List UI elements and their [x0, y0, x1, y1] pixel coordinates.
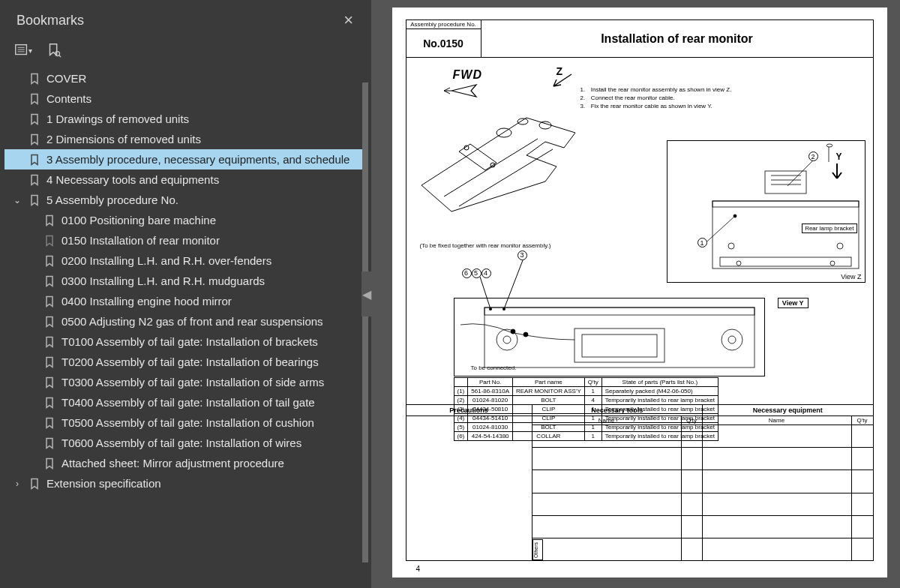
bookmark-item[interactable]: T0500 Assembly of tail gate: Installatio… — [4, 412, 365, 433]
pdf-page: Assembly procedure No. No.0150 Installat… — [392, 8, 887, 578]
bookmark-label: 0500 Adjusting N2 gas of front and rear … — [62, 315, 323, 328]
svg-point-8 — [518, 118, 528, 124]
svg-rect-17 — [720, 257, 851, 266]
svg-point-26 — [837, 243, 843, 249]
svg-rect-29 — [484, 308, 754, 368]
svg-point-7 — [539, 122, 551, 129]
bookmark-label: 0100 Positioning bare machine — [62, 214, 216, 226]
outline-options-icon[interactable]: ▾ — [14, 42, 32, 58]
tools-header: Necessary tools — [532, 405, 704, 416]
precautions-header: Precautions — [406, 405, 532, 416]
expand-icon[interactable]: › — [12, 478, 22, 489]
bookmarks-panel: Bookmarks × ▾ COVERContents1 Drawings of… — [0, 0, 371, 588]
view-y-box: To be connected. — [454, 298, 765, 376]
bookmark-label: T0400 Assembly of tail gate: Installatio… — [62, 396, 315, 409]
bookmark-label: 4 Necessary tools and equipments — [46, 173, 219, 186]
svg-point-34 — [503, 336, 511, 344]
document-viewport[interactable]: Assembly procedure No. No.0150 Installat… — [371, 0, 900, 588]
bookmark-item[interactable]: 3 Assembly procedure, necessary equipmen… — [4, 149, 365, 170]
close-icon[interactable]: × — [338, 8, 359, 33]
bookmark-list: COVERContents1 Drawings of removed units… — [0, 65, 371, 588]
tools-equipment-grid — [532, 425, 873, 560]
proc-number: No.0150 — [406, 29, 481, 57]
bookmark-label: 2 Dimensions of removed units — [46, 133, 201, 146]
instructions-list: 1. Install the rear monitor assembly as … — [580, 86, 732, 110]
svg-rect-21 — [765, 171, 806, 194]
bookmark-item[interactable]: 4 Necessary tools and equipments — [4, 170, 365, 190]
bookmark-item[interactable]: 0200 Installing L.H. and R.H. over-fende… — [4, 250, 365, 271]
chassis-diagram — [414, 80, 586, 230]
bookmark-label: 0150 Installation of rear monitor — [62, 234, 220, 247]
callout-3: 3 — [518, 250, 527, 260]
bookmark-label: T0500 Assembly of tail gate: Installatio… — [62, 416, 314, 429]
bookmark-item[interactable]: Attached sheet: Mirror adjustment proced… — [4, 453, 365, 473]
callout-2: 2 — [808, 152, 818, 161]
bottom-section: Precautions Necessary tools Necessary eq… — [406, 404, 873, 560]
svg-point-37 — [524, 332, 528, 337]
svg-point-28 — [830, 261, 835, 266]
expand-icon[interactable]: ⌄ — [12, 195, 22, 206]
bookmark-item[interactable]: 0300 Installing L.H. and R.H. mudguards — [4, 271, 365, 291]
view-y-label: View Y — [778, 298, 808, 308]
proc-label: Assembly procedure No. — [406, 20, 481, 29]
scrollbar[interactable] — [362, 82, 368, 580]
svg-point-36 — [728, 336, 736, 344]
svg-point-19 — [734, 214, 736, 218]
bookmark-label: 1 Drawings of removed units — [46, 112, 189, 125]
bookmark-label: 0200 Installing L.H. and R.H. over-fende… — [62, 254, 272, 267]
bookmark-item[interactable]: 1 Drawings of removed units — [4, 109, 365, 129]
bookmark-item[interactable]: T0600 Assembly of tail gate: Installatio… — [4, 433, 365, 453]
bookmark-label: T0600 Assembly of tail gate: Installatio… — [62, 436, 302, 449]
svg-rect-32 — [582, 334, 657, 357]
bookmark-label: COVER — [46, 72, 86, 85]
bookmark-item[interactable]: 0500 Adjusting N2 gas of front and rear … — [4, 311, 365, 332]
bookmark-label: Extension specification — [46, 477, 161, 490]
page-number: 4 — [416, 565, 421, 573]
bookmark-item[interactable]: ›Extension specification — [4, 473, 365, 494]
others-tab: Others — [532, 539, 543, 560]
svg-rect-16 — [712, 201, 859, 207]
bookmark-item[interactable]: 2 Dimensions of removed units — [4, 129, 365, 149]
y-arrow-icon — [830, 162, 844, 184]
bookmark-search-icon[interactable] — [46, 42, 62, 58]
bookmark-label: T0300 Assembly of tail gate: Installatio… — [62, 376, 324, 388]
view-z-label: View Z — [841, 273, 861, 280]
bookmark-item[interactable]: 0150 Installation of rear monitor — [4, 230, 365, 250]
svg-point-6 — [496, 128, 512, 137]
bookmark-label: Contents — [46, 92, 92, 105]
bookmark-label: 3 Assembly procedure, necessary equipmen… — [46, 153, 350, 166]
bookmark-item[interactable]: COVER — [4, 68, 365, 88]
to-be-connected-label: To be connected. — [471, 364, 517, 371]
view-z-box: Y 2 1 — [667, 140, 866, 283]
svg-rect-30 — [484, 308, 754, 315]
bookmark-label: 0300 Installing L.H. and R.H. mudguards — [62, 274, 265, 287]
equipment-header: Necessary equipment — [703, 405, 873, 416]
bookmark-item[interactable]: ⌄5 Assembly procedure No. — [4, 190, 365, 210]
callout-1: 1 — [698, 238, 707, 248]
bookmark-item[interactable]: T0100 Assembly of tail gate: Installatio… — [4, 332, 365, 352]
bookmark-item[interactable]: 0400 Installing engine hood mirror — [4, 291, 365, 311]
bookmark-item[interactable]: T0400 Assembly of tail gate: Installatio… — [4, 392, 365, 412]
scrollbar-thumb[interactable] — [362, 82, 368, 562]
svg-point-27 — [736, 261, 741, 266]
bookmark-label: T0100 Assembly of tail gate: Installatio… — [62, 335, 318, 348]
svg-line-20 — [788, 158, 816, 186]
collapse-sidebar-handle[interactable]: ◀ — [362, 272, 372, 316]
bookmark-label: Attached sheet: Mirror adjustment proced… — [62, 457, 284, 470]
fixed-note: (To be fixed together with rear monitor … — [420, 242, 551, 249]
bookmark-item[interactable]: T0300 Assembly of tail gate: Installatio… — [4, 372, 365, 392]
bookmark-label: 5 Assembly procedure No. — [46, 194, 178, 206]
svg-point-35 — [722, 329, 742, 350]
bookmark-item[interactable]: Contents — [4, 88, 365, 109]
svg-point-38 — [511, 329, 515, 334]
rear-lamp-label: Rear lamp bracket — [802, 224, 856, 233]
svg-line-5 — [59, 56, 61, 57]
svg-point-25 — [728, 243, 734, 249]
bookmark-label: 0400 Installing engine hood mirror — [62, 295, 232, 308]
panel-title: Bookmarks — [16, 13, 84, 28]
bookmark-item[interactable]: T0200 Assembly of tail gate: Installatio… — [4, 352, 365, 372]
bookmark-label: T0200 Assembly of tail gate: Installatio… — [62, 356, 319, 368]
svg-rect-15 — [712, 201, 859, 268]
y-label: Y — [836, 152, 842, 162]
bookmark-item[interactable]: 0100 Positioning bare machine — [4, 210, 365, 230]
